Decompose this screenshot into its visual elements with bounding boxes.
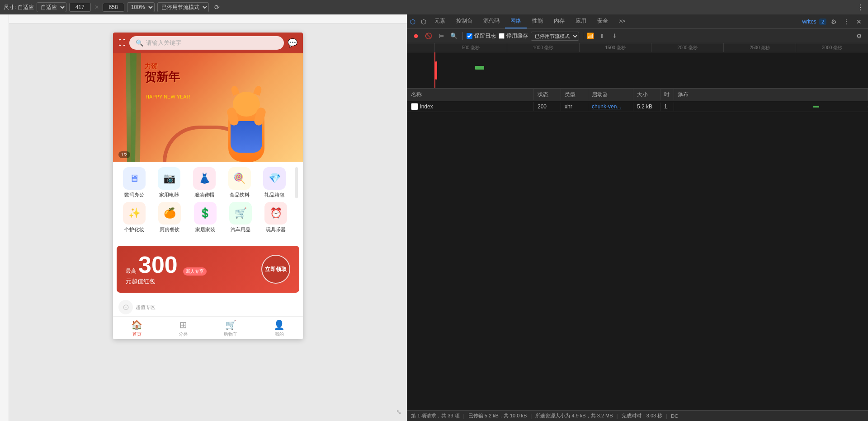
search-icon: 🔍 bbox=[136, 39, 143, 47]
devtools-cursor-icon[interactable]: ⬡ bbox=[407, 16, 418, 27]
zoom-select[interactable]: 100% 75% 50% bbox=[127, 2, 155, 12]
resize-handle-icon[interactable]: ⤡ bbox=[396, 408, 401, 416]
import-button[interactable]: ⬆ bbox=[597, 31, 607, 41]
search-bar[interactable]: 🔍 请输入关键字 bbox=[129, 36, 284, 50]
cell-initiator[interactable]: chunk-ven... bbox=[588, 103, 633, 111]
cart-icon: 🛒 bbox=[225, 319, 236, 330]
tab-security[interactable]: 安全 bbox=[592, 14, 613, 28]
nav-item-mine[interactable]: 👤 我的 bbox=[274, 319, 285, 337]
category-item-furniture[interactable]: 💲 家居家装 bbox=[189, 202, 222, 233]
category-icon-clothes: 👗 bbox=[193, 167, 216, 190]
width-input[interactable] bbox=[69, 3, 91, 12]
category-label-auto: 汽车用品 bbox=[231, 226, 250, 233]
clear-button[interactable]: 🚫 bbox=[424, 31, 434, 41]
record-button[interactable]: ⏺ bbox=[411, 31, 421, 41]
status-sep-1: | bbox=[463, 413, 465, 419]
devtools-close-icon[interactable]: ✕ bbox=[854, 16, 864, 27]
cell-time: 1. bbox=[660, 103, 674, 111]
category-icon-auto: 🛒 bbox=[229, 202, 252, 225]
table-row[interactable]: index 200 xhr chunk-ven... 5.2 kB 1. bbox=[407, 101, 868, 112]
tab-more[interactable]: >> bbox=[613, 15, 631, 28]
row-checkbox[interactable] bbox=[411, 103, 418, 110]
category-item-gift[interactable]: 💎 礼品箱包 bbox=[258, 167, 291, 198]
category-label-gift: 礼品箱包 bbox=[264, 192, 284, 198]
category-icon-beauty: ✨ bbox=[123, 202, 146, 225]
network-settings-icon[interactable]: ⚙ bbox=[854, 31, 864, 42]
more-icon-circle: ⊙ bbox=[118, 300, 133, 314]
promo-max: 最高 bbox=[126, 267, 137, 275]
category-row-1: 🖥 数码办公 📷 家用电器 👗 服装鞋帽 🍭 食品饮料 bbox=[117, 167, 299, 198]
status-sep-3: | bbox=[617, 413, 618, 419]
category-item-food[interactable]: 🍭 食品饮料 bbox=[223, 167, 256, 198]
promo-amount: 300 bbox=[138, 253, 178, 276]
tab-performance[interactable]: 性能 bbox=[527, 14, 548, 28]
ruler-vertical bbox=[0, 14, 9, 421]
category-row-2: ✨ 个护化妆 🍊 厨房餐饮 💲 家居家装 🛒 汽车用品 bbox=[117, 202, 299, 233]
category-item-clothes[interactable]: 👗 服装鞋帽 bbox=[188, 167, 221, 198]
size-select[interactable]: 自适应 bbox=[37, 2, 66, 12]
header-waterfall[interactable]: 瀑布 bbox=[674, 89, 868, 100]
nav-item-home[interactable]: 🏠 首页 bbox=[131, 319, 142, 337]
tick-2000: 2000 毫秒 bbox=[651, 43, 723, 52]
promo-desc: 元超值红包 bbox=[126, 277, 261, 285]
tab-console[interactable]: 控制台 bbox=[451, 14, 478, 28]
more-icon[interactable]: ⋮ bbox=[857, 3, 864, 12]
promo-claim-button[interactable]: 立即领取 bbox=[261, 255, 290, 284]
phone-categories: 🖥 数码办公 📷 家用电器 👗 服装鞋帽 🍭 食品饮料 bbox=[113, 162, 303, 242]
throttle-dropdown[interactable]: 已停用节流模式 bbox=[531, 32, 579, 41]
tab-application[interactable]: 应用 bbox=[570, 14, 592, 28]
export-button[interactable]: ⬇ bbox=[609, 31, 619, 41]
category-item-beauty[interactable]: ✨ 个护化妆 bbox=[118, 202, 151, 233]
chat-icon[interactable]: 💬 bbox=[288, 38, 297, 48]
header-initiator[interactable]: 启动器 bbox=[588, 89, 633, 100]
tab-network[interactable]: 网络 bbox=[505, 14, 527, 28]
height-input[interactable] bbox=[103, 3, 124, 12]
user-icon: 👤 bbox=[274, 319, 285, 330]
nav-label-mine: 我的 bbox=[275, 331, 284, 337]
category-item-auto[interactable]: 🛒 汽车用品 bbox=[224, 202, 257, 233]
disable-cache-checkbox[interactable]: 停用缓存 bbox=[499, 32, 528, 40]
category-label-furniture: 家居家装 bbox=[195, 226, 215, 233]
devtools-tab-actions: writes 2 ⚙ ⋮ ✕ bbox=[802, 16, 868, 27]
nav-item-cart[interactable]: 🛒 购物车 bbox=[224, 319, 237, 337]
header-status[interactable]: 状态 bbox=[534, 89, 561, 100]
header-size[interactable]: 大小 bbox=[633, 89, 660, 100]
category-icon-toys: ⏰ bbox=[264, 202, 287, 225]
status-sep-2: | bbox=[530, 413, 532, 419]
devtools-settings-icon[interactable]: ⚙ bbox=[828, 16, 839, 27]
status-sep-4: | bbox=[666, 413, 667, 419]
tab-memory[interactable]: 内存 bbox=[548, 14, 570, 28]
search-button[interactable]: 🔍 bbox=[449, 31, 459, 41]
header-type[interactable]: 类型 bbox=[561, 89, 588, 100]
tab-elements[interactable]: 元素 bbox=[429, 14, 451, 28]
category-icon: ⊞ bbox=[179, 319, 187, 330]
header-time[interactable]: 时 bbox=[660, 89, 674, 100]
expand-icon[interactable]: ⛶ bbox=[118, 39, 126, 47]
main-area: ⛶ 🔍 请输入关键字 💬 力贺 贺新年 bbox=[0, 14, 868, 421]
devtools-vertical-dots-icon[interactable]: ⋮ bbox=[841, 16, 852, 27]
preserve-log-checkbox[interactable]: 保留日志 bbox=[467, 32, 496, 40]
devtools-inspect-icon[interactable]: ⬡ bbox=[418, 16, 429, 27]
throttle-select[interactable]: 已停用节流模式 bbox=[157, 2, 209, 12]
tab-sources[interactable]: 源代码 bbox=[478, 14, 505, 28]
filter-button[interactable]: ⊨ bbox=[436, 31, 446, 41]
tick-500: 500 毫秒 bbox=[434, 43, 507, 52]
scroll-indicator bbox=[295, 167, 298, 198]
category-label-beauty: 个护化妆 bbox=[124, 226, 144, 233]
category-item-kitchen[interactable]: 🍊 厨房餐饮 bbox=[153, 202, 186, 233]
tick-1500: 1500 毫秒 bbox=[579, 43, 651, 52]
category-label-food: 食品饮料 bbox=[230, 192, 250, 198]
nav-item-category[interactable]: ⊞ 分类 bbox=[179, 319, 188, 337]
category-item-toys[interactable]: ⏰ 玩具乐器 bbox=[259, 202, 292, 233]
category-label-home: 家用电器 bbox=[159, 192, 179, 198]
cell-name: index bbox=[407, 102, 534, 111]
header-name[interactable]: 名称 bbox=[407, 89, 534, 100]
category-icon-3c: 🖥 bbox=[123, 167, 146, 190]
category-item-home[interactable]: 📷 家用电器 bbox=[153, 167, 185, 198]
devtools-tabbar: ⬡ ⬡ 元素 控制台 源代码 网络 性能 内存 应用 bbox=[407, 14, 868, 29]
devtools-panel: ⬡ ⬡ 元素 控制台 源代码 网络 性能 内存 应用 bbox=[407, 14, 868, 421]
left-panel: ⛶ 🔍 请输入关键字 💬 力贺 贺新年 bbox=[0, 14, 407, 421]
rotate-icon[interactable]: ⟳ bbox=[212, 2, 222, 13]
category-item-3c[interactable]: 🖥 数码办公 bbox=[118, 167, 151, 198]
timeline-ruler: 500 毫秒 1000 毫秒 1500 毫秒 2000 毫秒 2500 毫秒 3… bbox=[407, 43, 868, 52]
